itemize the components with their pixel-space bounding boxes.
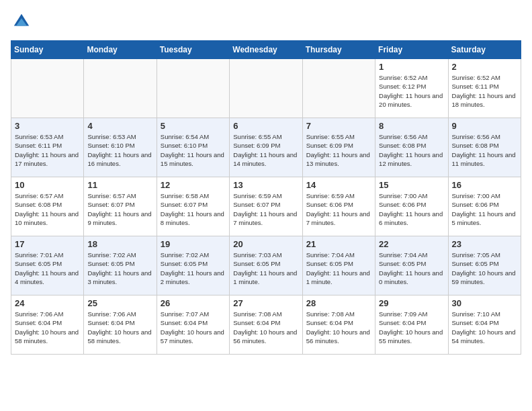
calendar-week-row: 24Sunrise: 7:06 AM Sunset: 6:04 PM Dayli… — [11, 295, 521, 355]
day-number: 5 — [161, 121, 226, 131]
day-info: Sunrise: 6:55 AM Sunset: 6:09 PM Dayligh… — [306, 132, 371, 168]
day-info: Sunrise: 7:00 AM Sunset: 6:06 PM Dayligh… — [379, 191, 444, 227]
day-number: 27 — [233, 298, 298, 308]
calendar-cell: 7Sunrise: 6:55 AM Sunset: 6:09 PM Daylig… — [302, 118, 375, 177]
day-number: 23 — [452, 239, 517, 249]
calendar-cell — [157, 59, 229, 118]
calendar-cell: 20Sunrise: 7:03 AM Sunset: 6:05 PM Dayli… — [230, 236, 302, 295]
day-number: 20 — [233, 239, 298, 249]
column-header-tuesday: Tuesday — [157, 41, 229, 59]
calendar-week-row: 1Sunrise: 6:52 AM Sunset: 6:12 PM Daylig… — [11, 59, 521, 118]
day-info: Sunrise: 7:07 AM Sunset: 6:04 PM Dayligh… — [161, 310, 226, 345]
day-number: 6 — [233, 121, 298, 131]
day-number: 15 — [379, 180, 444, 190]
day-number: 4 — [87, 121, 152, 131]
day-info: Sunrise: 7:05 AM Sunset: 6:05 PM Dayligh… — [452, 250, 517, 286]
calendar-cell: 1Sunrise: 6:52 AM Sunset: 6:12 PM Daylig… — [375, 59, 448, 118]
column-header-friday: Friday — [375, 41, 448, 59]
day-number: 18 — [87, 239, 152, 249]
calendar-table: SundayMondayTuesdayWednesdayThursdayFrid… — [11, 40, 521, 355]
calendar-cell: 25Sunrise: 7:06 AM Sunset: 6:04 PM Dayli… — [84, 295, 157, 355]
calendar-cell: 24Sunrise: 7:06 AM Sunset: 6:04 PM Dayli… — [11, 295, 84, 355]
calendar-cell: 28Sunrise: 7:08 AM Sunset: 6:04 PM Dayli… — [302, 295, 375, 355]
calendar-cell — [302, 59, 375, 118]
day-number: 22 — [379, 239, 444, 249]
day-number: 21 — [306, 239, 371, 249]
calendar-week-row: 17Sunrise: 7:01 AM Sunset: 6:05 PM Dayli… — [11, 236, 521, 295]
day-number: 2 — [452, 62, 517, 72]
calendar-cell: 17Sunrise: 7:01 AM Sunset: 6:05 PM Dayli… — [11, 236, 84, 295]
calendar-cell: 3Sunrise: 6:53 AM Sunset: 6:11 PM Daylig… — [11, 118, 84, 177]
column-header-monday: Monday — [84, 41, 157, 59]
day-number: 10 — [15, 180, 80, 190]
day-info: Sunrise: 7:04 AM Sunset: 6:05 PM Dayligh… — [306, 250, 371, 286]
calendar-cell: 6Sunrise: 6:55 AM Sunset: 6:09 PM Daylig… — [230, 118, 302, 177]
calendar-cell: 15Sunrise: 7:00 AM Sunset: 6:06 PM Dayli… — [375, 177, 448, 236]
calendar-cell: 23Sunrise: 7:05 AM Sunset: 6:05 PM Dayli… — [448, 236, 521, 295]
column-header-saturday: Saturday — [448, 41, 521, 59]
calendar-cell: 9Sunrise: 6:56 AM Sunset: 6:08 PM Daylig… — [448, 118, 521, 177]
day-info: Sunrise: 6:59 AM Sunset: 6:06 PM Dayligh… — [306, 191, 371, 227]
day-number: 26 — [161, 298, 226, 308]
calendar-cell: 14Sunrise: 6:59 AM Sunset: 6:06 PM Dayli… — [302, 177, 375, 236]
day-info: Sunrise: 7:08 AM Sunset: 6:04 PM Dayligh… — [233, 310, 298, 345]
day-number: 14 — [306, 180, 371, 190]
day-info: Sunrise: 7:03 AM Sunset: 6:05 PM Dayligh… — [233, 250, 298, 286]
day-number: 29 — [379, 298, 444, 308]
day-number: 19 — [161, 239, 226, 249]
day-info: Sunrise: 7:08 AM Sunset: 6:04 PM Dayligh… — [306, 310, 371, 345]
calendar-cell: 30Sunrise: 7:10 AM Sunset: 6:04 PM Dayli… — [448, 295, 521, 355]
day-info: Sunrise: 7:09 AM Sunset: 6:04 PM Dayligh… — [379, 310, 444, 345]
day-info: Sunrise: 6:53 AM Sunset: 6:10 PM Dayligh… — [87, 132, 152, 168]
calendar-header-row: SundayMondayTuesdayWednesdayThursdayFrid… — [11, 41, 521, 59]
calendar-cell: 22Sunrise: 7:04 AM Sunset: 6:05 PM Dayli… — [375, 236, 448, 295]
calendar-week-row: 3Sunrise: 6:53 AM Sunset: 6:11 PM Daylig… — [11, 118, 521, 177]
column-header-wednesday: Wednesday — [230, 41, 302, 59]
day-info: Sunrise: 7:06 AM Sunset: 6:04 PM Dayligh… — [15, 310, 80, 345]
calendar-cell: 13Sunrise: 6:59 AM Sunset: 6:07 PM Dayli… — [230, 177, 302, 236]
calendar-cell — [84, 59, 157, 118]
column-header-sunday: Sunday — [11, 41, 84, 59]
calendar-cell: 5Sunrise: 6:54 AM Sunset: 6:10 PM Daylig… — [157, 118, 229, 177]
day-info: Sunrise: 6:58 AM Sunset: 6:07 PM Dayligh… — [161, 191, 226, 227]
day-number: 7 — [306, 121, 371, 131]
calendar-week-row: 10Sunrise: 6:57 AM Sunset: 6:08 PM Dayli… — [11, 177, 521, 236]
calendar-cell — [11, 59, 84, 118]
day-info: Sunrise: 7:02 AM Sunset: 6:05 PM Dayligh… — [161, 250, 226, 286]
day-number: 24 — [15, 298, 80, 308]
day-info: Sunrise: 6:53 AM Sunset: 6:11 PM Dayligh… — [15, 132, 80, 168]
day-info: Sunrise: 6:52 AM Sunset: 6:11 PM Dayligh… — [452, 73, 517, 109]
day-info: Sunrise: 7:00 AM Sunset: 6:06 PM Dayligh… — [452, 191, 517, 227]
day-info: Sunrise: 6:55 AM Sunset: 6:09 PM Dayligh… — [233, 132, 298, 168]
day-info: Sunrise: 7:02 AM Sunset: 6:05 PM Dayligh… — [87, 250, 152, 286]
calendar-cell: 4Sunrise: 6:53 AM Sunset: 6:10 PM Daylig… — [84, 118, 157, 177]
day-info: Sunrise: 7:10 AM Sunset: 6:04 PM Dayligh… — [452, 310, 517, 345]
calendar-cell: 10Sunrise: 6:57 AM Sunset: 6:08 PM Dayli… — [11, 177, 84, 236]
day-info: Sunrise: 6:56 AM Sunset: 6:08 PM Dayligh… — [379, 132, 444, 168]
day-info: Sunrise: 6:56 AM Sunset: 6:08 PM Dayligh… — [452, 132, 517, 168]
calendar-cell: 12Sunrise: 6:58 AM Sunset: 6:07 PM Dayli… — [157, 177, 229, 236]
day-number: 28 — [306, 298, 371, 308]
day-number: 1 — [379, 62, 444, 72]
day-info: Sunrise: 7:06 AM Sunset: 6:04 PM Dayligh… — [87, 310, 152, 345]
calendar-cell — [230, 59, 302, 118]
calendar-cell: 29Sunrise: 7:09 AM Sunset: 6:04 PM Dayli… — [375, 295, 448, 355]
day-info: Sunrise: 6:59 AM Sunset: 6:07 PM Dayligh… — [233, 191, 298, 227]
day-number: 13 — [233, 180, 298, 190]
day-info: Sunrise: 7:01 AM Sunset: 6:05 PM Dayligh… — [15, 250, 80, 286]
calendar-cell: 27Sunrise: 7:08 AM Sunset: 6:04 PM Dayli… — [230, 295, 302, 355]
day-number: 9 — [452, 121, 517, 131]
day-info: Sunrise: 6:57 AM Sunset: 6:07 PM Dayligh… — [87, 191, 152, 227]
day-number: 25 — [87, 298, 152, 308]
day-number: 11 — [87, 180, 152, 190]
calendar-cell: 26Sunrise: 7:07 AM Sunset: 6:04 PM Dayli… — [157, 295, 229, 355]
day-number: 8 — [379, 121, 444, 131]
day-number: 30 — [452, 298, 517, 308]
day-info: Sunrise: 6:52 AM Sunset: 6:12 PM Dayligh… — [379, 73, 444, 109]
day-number: 12 — [161, 180, 226, 190]
calendar-cell: 11Sunrise: 6:57 AM Sunset: 6:07 PM Dayli… — [84, 177, 157, 236]
day-number: 16 — [452, 180, 517, 190]
logo-icon — [11, 11, 32, 32]
calendar-cell: 19Sunrise: 7:02 AM Sunset: 6:05 PM Dayli… — [157, 236, 229, 295]
column-header-thursday: Thursday — [302, 41, 375, 59]
